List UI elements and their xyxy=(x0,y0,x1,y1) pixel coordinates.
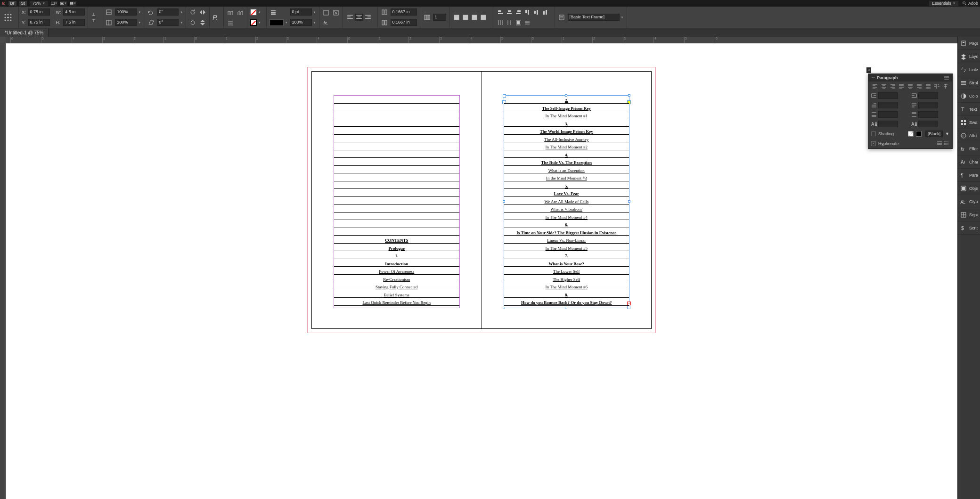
align-hcenter-button[interactable] xyxy=(505,8,514,16)
panel-tab-fx[interactable]: fxEffec xyxy=(958,142,980,155)
panel-tab-swatches[interactable]: Swat xyxy=(958,116,980,129)
align-to-baseline-off-button[interactable] xyxy=(937,141,942,147)
align-right-button[interactable] xyxy=(364,14,372,21)
para-toward-spine-button[interactable] xyxy=(942,83,949,90)
align-right-edges-button[interactable] xyxy=(514,8,523,16)
para-justify-center-button[interactable] xyxy=(906,83,914,90)
bridge-button[interactable]: Br xyxy=(8,1,16,6)
baseline-grid-button[interactable] xyxy=(523,19,531,26)
panel-tab-script[interactable]: $Scrip xyxy=(958,221,980,235)
chevron-down-icon[interactable]: ▼ xyxy=(945,131,949,136)
scale-x-input[interactable]: 100% xyxy=(115,8,137,16)
columns-input[interactable]: 1 xyxy=(433,14,446,21)
scale-effect-input[interactable]: 100% xyxy=(290,19,312,26)
para-align-center-button[interactable] xyxy=(880,83,888,90)
shading-color-swatch[interactable] xyxy=(916,131,922,137)
last-line-indent-input[interactable] xyxy=(918,102,938,108)
distribute-hcenter-button[interactable] xyxy=(505,19,514,26)
auto-size-button[interactable] xyxy=(322,9,330,16)
para-justify-left-button[interactable] xyxy=(898,83,905,90)
panel-menu-icon[interactable] xyxy=(944,76,949,80)
panel-tab-stroke[interactable]: Strok xyxy=(958,76,980,90)
constrain-proportions-button[interactable] xyxy=(88,7,102,28)
stroke-swatch[interactable] xyxy=(250,19,257,26)
page-left[interactable]: CONTENTSPrologue1.IntroductionPower Of A… xyxy=(312,72,482,328)
fill-swatch[interactable] xyxy=(250,9,257,16)
object-style-select[interactable]: [Basic Text Frame] xyxy=(568,14,620,21)
shading-checkbox[interactable] xyxy=(871,131,876,136)
text-wrap-button[interactable] xyxy=(514,19,523,26)
panel-tab-layers[interactable]: Laye xyxy=(958,50,980,63)
semiautoflow-icon[interactable] xyxy=(237,9,244,16)
scale-y-input[interactable]: 100% xyxy=(115,19,137,26)
align-vcenter-button[interactable] xyxy=(532,8,540,16)
panel-tab-attr[interactable]: iAttri xyxy=(958,129,980,142)
stock-button[interactable]: St xyxy=(19,1,27,6)
panel-tab-color[interactable]: Colo xyxy=(958,90,980,103)
vjust-justify-button[interactable] xyxy=(479,14,488,21)
panel-tab-para[interactable]: ¶Para xyxy=(958,169,980,182)
autoflow-icon[interactable] xyxy=(227,9,234,16)
align-left-button[interactable] xyxy=(346,14,354,21)
stroke-weight-input[interactable]: 0 pt xyxy=(290,8,312,16)
para-justify-right-button[interactable] xyxy=(915,83,923,90)
fx-button[interactable]: fx. xyxy=(322,19,330,27)
align-top-edges-button[interactable] xyxy=(523,8,531,16)
reference-point-grid[interactable] xyxy=(0,7,19,28)
paragraph-formatting-toggle[interactable]: P. xyxy=(210,7,223,28)
zoom-level-select[interactable]: 75%▼ xyxy=(30,1,48,6)
panel-tab-char[interactable]: AChar xyxy=(958,155,980,169)
space-after-input[interactable] xyxy=(918,111,938,118)
panel-tab-pages[interactable]: Page xyxy=(958,37,980,50)
align-to-baseline-on-button[interactable] xyxy=(944,141,949,147)
right-indent-input[interactable] xyxy=(918,92,938,99)
vjust-bottom-button[interactable] xyxy=(470,14,479,21)
flip-horizontal-button[interactable] xyxy=(199,8,206,16)
h-input[interactable]: 7.5 in xyxy=(63,19,85,26)
shear-input[interactable]: 0° xyxy=(157,19,179,26)
view-dropdown-1[interactable]: ▼ xyxy=(51,1,57,6)
align-left-edges-button[interactable] xyxy=(496,8,505,16)
text-frame-right[interactable]: + 2.The Self-Image Prison KeyIn The Mind… xyxy=(504,95,630,308)
stroke-style-select[interactable] xyxy=(270,19,284,26)
panel-tab-sep[interactable]: Sepa xyxy=(958,208,980,221)
shading-color-select[interactable]: [Black] xyxy=(925,131,943,137)
fit-frame-button[interactable] xyxy=(332,9,340,16)
y-input[interactable]: 0.75 in xyxy=(28,19,50,26)
panel-tab-links[interactable]: Links xyxy=(958,63,980,76)
paragraph-panel[interactable]: × Paragraph A≣ A≣ Shading [ xyxy=(868,74,953,149)
search-icon[interactable]: Adob xyxy=(962,1,978,6)
view-dropdown-2[interactable]: ▼ xyxy=(60,1,67,6)
vjust-top-button[interactable] xyxy=(452,14,461,21)
document-tab[interactable]: *Untitled-1 @ 75% xyxy=(0,29,49,37)
column-gutter-input[interactable]: 0.1667 in xyxy=(391,8,417,16)
vjust-center-button[interactable] xyxy=(461,14,470,21)
w-input[interactable]: 4.5 in xyxy=(63,8,85,16)
para-align-right-button[interactable] xyxy=(889,83,897,90)
workspace-switcher[interactable]: Essentials▼ xyxy=(929,1,958,6)
text-frame-left[interactable]: CONTENTSPrologue1.IntroductionPower Of A… xyxy=(334,95,460,308)
space-before-input[interactable] xyxy=(878,111,898,118)
fixedflow-icon[interactable] xyxy=(227,19,234,27)
para-align-left-button[interactable] xyxy=(871,83,879,90)
pasteboard[interactable]: CONTENTSPrologue1.IntroductionPower Of A… xyxy=(6,43,957,499)
panel-tab-text[interactable]: TText xyxy=(958,103,980,116)
page-right[interactable]: + 2.The Self-Image Prison KeyIn The Mind… xyxy=(482,72,652,328)
panel-tab-obj[interactable]: Obje xyxy=(958,182,980,195)
flip-vertical-button[interactable] xyxy=(199,19,206,26)
first-line-indent-input[interactable] xyxy=(878,102,898,108)
dropcap-chars-input[interactable] xyxy=(918,121,938,127)
align-bottom-edges-button[interactable] xyxy=(541,8,549,16)
align-center-button[interactable] xyxy=(355,14,363,21)
hyphenate-checkbox[interactable]: ✓ xyxy=(871,141,876,146)
para-justify-all-button[interactable] xyxy=(924,83,932,90)
shading-swatch-icon[interactable] xyxy=(908,131,914,137)
left-indent-input[interactable] xyxy=(878,92,898,99)
para-away-spine-button[interactable] xyxy=(933,83,940,90)
dropcap-lines-input[interactable] xyxy=(878,121,898,127)
rotate-cw-button[interactable] xyxy=(189,19,196,26)
x-input[interactable]: 0.75 in xyxy=(28,8,50,16)
panel-tab-glyph[interactable]: ÆGlyp xyxy=(958,195,980,208)
panel-close-button[interactable]: × xyxy=(866,67,871,73)
column-balance-input[interactable]: 0.1667 in xyxy=(391,19,417,26)
